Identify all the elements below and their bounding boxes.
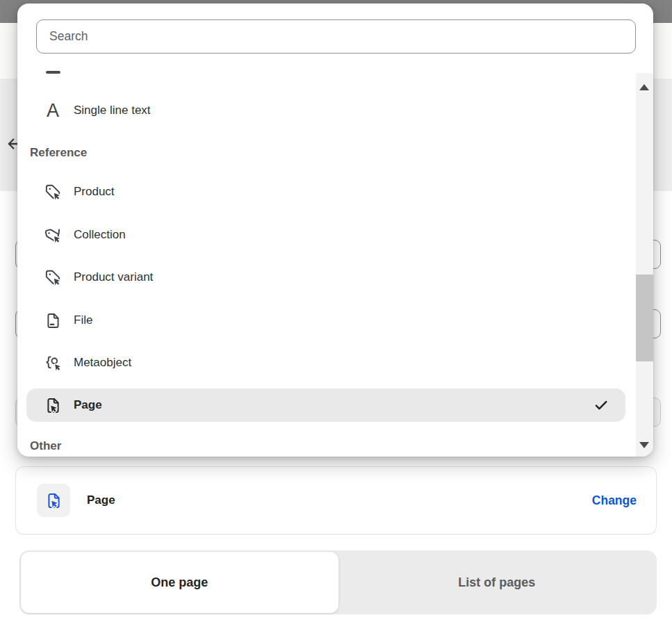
type-option-label: Collection — [74, 228, 126, 242]
type-option-product-variant[interactable]: Product variant — [26, 261, 625, 294]
type-option-label: Single line text — [74, 104, 151, 117]
type-option-label: Metaobject — [74, 356, 131, 370]
checkmark-icon — [592, 396, 610, 414]
type-option-collection[interactable]: Collection — [26, 218, 625, 252]
scrollbar-thumb[interactable] — [636, 275, 653, 361]
search-input[interactable] — [36, 19, 636, 54]
single-line-text-icon: A — [43, 101, 63, 120]
type-option-label: Page — [74, 398, 102, 412]
page-reference-icon — [43, 395, 63, 415]
clipped-item-icon — [46, 71, 60, 74]
metaobject-reference-icon — [43, 353, 63, 373]
product-variant-reference-icon — [43, 268, 63, 287]
page-reference-icon — [44, 491, 63, 510]
tab-one-page[interactable]: One page — [21, 552, 338, 613]
type-option-single-line-text[interactable]: A Single line text — [26, 94, 625, 127]
popover-scrollbar[interactable] — [636, 73, 653, 457]
collection-reference-icon — [43, 225, 63, 245]
file-icon — [43, 311, 63, 330]
selected-type-card: Page Change — [15, 466, 657, 534]
type-option-label: File — [74, 313, 92, 327]
type-option-metaobject[interactable]: Metaobject — [26, 346, 625, 379]
type-option-label: Product — [74, 185, 115, 199]
type-option-label: Product variant — [74, 270, 153, 284]
page-mode-segmented-control: One page List of pages — [19, 550, 657, 614]
type-picker-popover: A Single line text Reference Product — [17, 3, 653, 457]
group-header-reference: Reference — [30, 142, 87, 163]
change-type-link[interactable]: Change — [592, 493, 637, 508]
type-option-product[interactable]: Product — [26, 175, 625, 208]
page-icon-tile — [37, 484, 70, 517]
type-option-page[interactable]: Page — [26, 388, 625, 422]
scroll-up-arrow-icon[interactable] — [639, 84, 649, 90]
scroll-down-arrow-icon[interactable] — [639, 442, 649, 448]
tab-list-of-pages[interactable]: List of pages — [338, 552, 656, 613]
product-reference-icon — [43, 182, 63, 202]
selected-type-label: Page — [87, 493, 115, 507]
group-header-other: Other — [30, 436, 61, 457]
type-option-file[interactable]: File — [26, 304, 625, 337]
